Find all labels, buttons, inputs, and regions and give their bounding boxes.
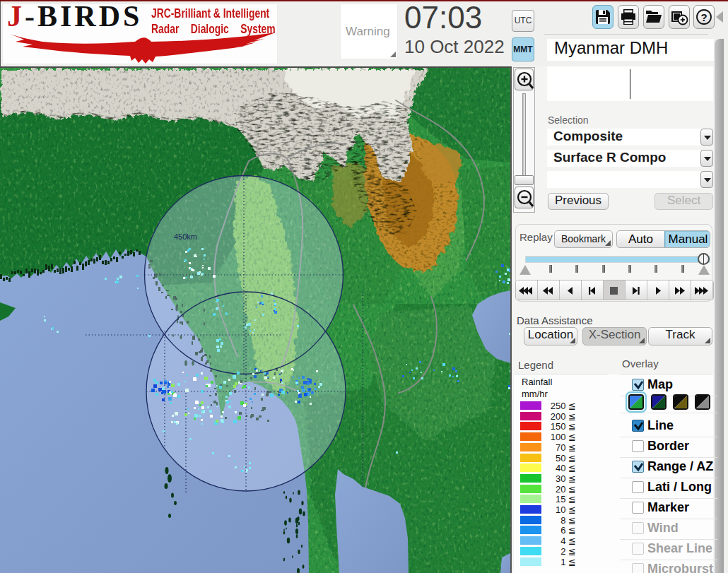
svg-text:450km: 450km xyxy=(174,232,197,241)
svg-text:?: ? xyxy=(700,11,707,23)
